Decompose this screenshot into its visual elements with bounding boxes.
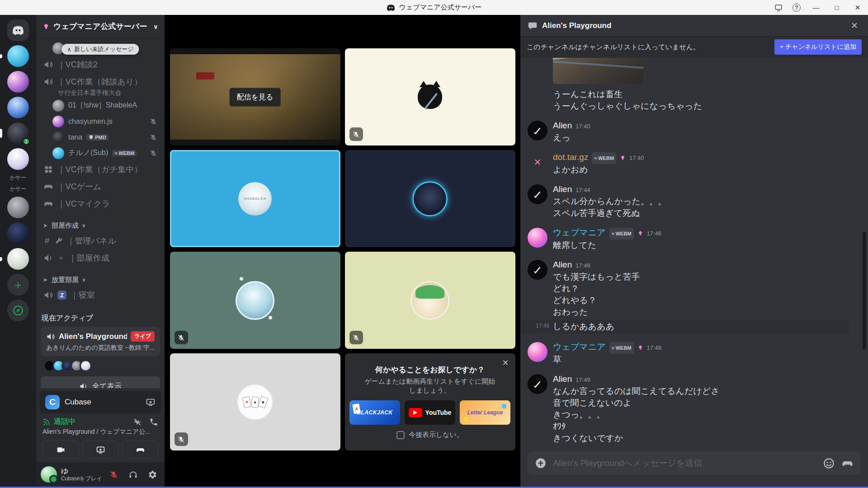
activity-card[interactable]: C Cubase [40, 391, 161, 413]
playing-card: ♥ [242, 396, 252, 408]
add-server-button[interactable]: ＋ [7, 274, 29, 296]
maximize-button[interactable]: □ [826, 0, 847, 15]
screen-share-button[interactable] [82, 441, 118, 459]
avatar[interactable] [528, 121, 547, 141]
show-all-button[interactable]: 全て表示 [41, 376, 160, 388]
category-houchi-beya[interactable]: 放置部屋 ∨ [40, 273, 161, 286]
category-heya-sakusei[interactable]: 部屋作成 ∨ [40, 219, 161, 232]
message-author[interactable]: dot.tar.gz [553, 152, 588, 163]
message-list[interactable]: うーんこれは畜生 うーんぐっしゃぐしゃになっちゃった Alien17:40 えっ… [520, 58, 868, 449]
channel-vc-sagyou-gachi[interactable]: ｜VC作業（ガチ集中） [40, 161, 161, 178]
server-avatar[interactable] [7, 222, 29, 244]
monitor-icon[interactable] [769, 0, 788, 15]
server-avatar[interactable] [7, 197, 29, 218]
help-icon[interactable]: ? [788, 0, 806, 15]
watch-stream-button[interactable]: 配信を見る [230, 88, 281, 106]
scrollbar-thumb[interactable] [863, 232, 866, 349]
disconnect-call-icon[interactable] [149, 418, 158, 427]
dismiss-checkbox[interactable] [396, 431, 405, 439]
server-avatar[interactable] [7, 97, 29, 118]
voice-member[interactable]: チルノ(Sub) ≈WEBM [40, 145, 161, 161]
participant-tile-selected[interactable]: SHABELEA [170, 150, 340, 247]
user-info[interactable]: ゆ Cubaseをプレイ中 +1 [61, 467, 102, 482]
explore-servers-button[interactable] [7, 300, 29, 321]
channel-shinshitsu[interactable]: Z ｜寝室 [40, 286, 161, 304]
message-author[interactable]: Alien [553, 374, 572, 385]
message[interactable]: Alien17:40 えっ [520, 120, 850, 144]
avatar[interactable] [528, 228, 547, 248]
message-author[interactable]: Alien [553, 259, 572, 270]
emoji-button[interactable] [823, 457, 835, 469]
participant-tile[interactable] [170, 252, 340, 349]
voice-member[interactable]: 01［!shw］ShabeleA [40, 98, 161, 113]
window-title: ウェブマニア公式サーバー [399, 3, 482, 12]
stream-app-icon[interactable] [146, 397, 156, 407]
attach-plus-icon[interactable] [535, 457, 547, 469]
message-author[interactable]: Alien [553, 184, 572, 195]
message-input[interactable] [553, 458, 816, 468]
message[interactable]: Alien17:44 スペル分からんかった。。。 スペル苦手過ぎて死ぬ [520, 184, 850, 219]
channel-vc-sagyou-zatsudan[interactable]: ｜VC作業（雑談あり） [40, 73, 161, 90]
camera-button[interactable] [42, 441, 79, 459]
letter-league-game-button[interactable]: Letter League [460, 400, 510, 425]
caret-up-icon: ∧ [67, 46, 71, 53]
voice-member[interactable]: tana PMD [40, 129, 161, 145]
message[interactable]: Alien17:46 でも漢字はもっと苦手 どれ？ どれやる？ おわった [520, 259, 850, 318]
avatar[interactable] [528, 342, 547, 362]
deafen-button[interactable] [125, 467, 141, 482]
message[interactable]: 17:48 しるかああああ [520, 320, 850, 333]
channel-kanri-panel[interactable]: # ｜管理パネル [40, 232, 161, 249]
server-folder-label[interactable]: かサー [10, 174, 27, 181]
message[interactable]: ウェブマニア ≈WEBM 17:46 離席してた [520, 227, 850, 251]
dismiss-row[interactable]: 今後表示しない。 [396, 431, 463, 439]
message-author[interactable]: ウェブマニア [553, 227, 606, 238]
message-author[interactable]: ウェブマニア [553, 342, 606, 352]
activities-button[interactable] [122, 441, 158, 459]
voice-member[interactable]: chasyumen.js [40, 113, 161, 129]
add-to-channel-list-button[interactable]: + チャンネルリストに追加 [774, 39, 862, 55]
avatar[interactable] [528, 260, 547, 280]
user-avatar[interactable] [41, 466, 57, 483]
server-avatar[interactable] [7, 71, 29, 93]
participant-tile[interactable] [345, 252, 515, 349]
close-button[interactable]: ✕ [847, 0, 868, 15]
channel-vc-minecraft[interactable]: ｜VCマイクラ [40, 195, 161, 212]
channel-heya-sakusei[interactable]: ＋ ｜部屋作成 [40, 249, 161, 267]
close-icon[interactable]: ✕ [502, 358, 509, 368]
mute-button[interactable] [106, 467, 121, 482]
message[interactable]: うーんこれは畜生 うーんぐっしゃぐしゃになっちゃった [520, 89, 850, 112]
avatar[interactable] [528, 374, 547, 394]
participant-tile[interactable] [345, 48, 515, 145]
server-avatar[interactable] [7, 45, 29, 67]
channel-vc-game[interactable]: ｜VCゲーム [40, 178, 161, 195]
close-icon[interactable]: ✕ [848, 19, 861, 32]
channel-vc-zatsudan2[interactable]: ｜VC雑談2 [40, 56, 161, 73]
stream-tile[interactable]: 配信を見る [170, 48, 340, 145]
server-avatar[interactable] [7, 148, 29, 170]
message[interactable]: Alien17:49 なんか言ってるのは聞こえてるんだけどさ 音で聞こえないのよ… [520, 374, 850, 444]
server-folder-label[interactable]: かサー [10, 185, 27, 192]
server-avatar[interactable] [7, 248, 29, 270]
message[interactable]: ✕ dot.tar.gz ≈WEBM 17:40 よかおめ [520, 152, 850, 176]
home-button[interactable] [7, 19, 29, 41]
activities-button[interactable] [841, 457, 854, 469]
youtube-game-button[interactable]: YouTube [405, 400, 455, 425]
message[interactable]: ウェブマニア ≈WEBM 17:48 草 [520, 342, 850, 366]
avatar[interactable] [528, 184, 547, 204]
message-input-bar[interactable] [528, 451, 861, 475]
active-now-card[interactable]: Alien's Playground ライブ あきりんのための英語教室 ~教師:… [41, 327, 160, 356]
participant-tile[interactable]: ♥ ♠ ♣ [170, 353, 340, 450]
new-unread-pill[interactable]: ∧新しい未読メッセージ [61, 44, 139, 55]
noise-suppression-icon[interactable] [133, 418, 142, 427]
participant-tile[interactable] [345, 150, 515, 247]
server-header[interactable]: ウェブマニア公式サーバー ∨ [36, 15, 165, 38]
message-attachment[interactable] [520, 58, 850, 87]
blackjack-game-button[interactable]: ABLACKJACK [349, 400, 400, 425]
message-author[interactable]: Alien [553, 120, 572, 131]
call-location-link[interactable]: Alien's Playground / ウェブマニア公... [42, 428, 158, 436]
avatar[interactable]: ✕ [528, 152, 547, 172]
settings-button[interactable] [145, 467, 160, 482]
attachment-image[interactable] [553, 58, 643, 84]
server-avatar[interactable]: 1 [7, 122, 29, 144]
minimize-button[interactable]: — [806, 0, 826, 15]
